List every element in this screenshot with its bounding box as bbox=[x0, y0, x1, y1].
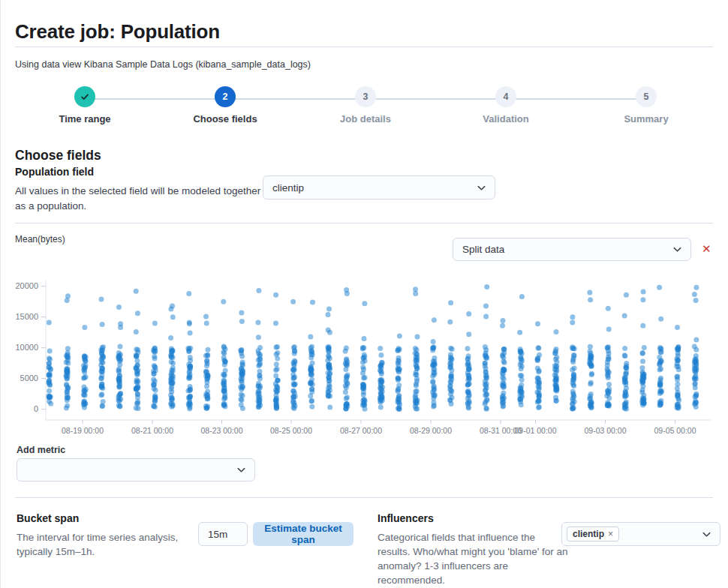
population-field-description: All values in the selected field will be… bbox=[15, 184, 270, 214]
remove-influencer-icon[interactable]: × bbox=[608, 529, 613, 539]
header-divider bbox=[15, 46, 713, 47]
svg-text:08-27 00:00: 08-27 00:00 bbox=[340, 426, 382, 435]
remove-metric-icon[interactable]: ✕ bbox=[702, 243, 711, 254]
step-complete-indicator[interactable] bbox=[74, 86, 95, 107]
chevron-down-icon bbox=[672, 244, 683, 255]
chevron-down-icon bbox=[476, 182, 487, 194]
svg-text:08-29 00:00: 08-29 00:00 bbox=[410, 426, 452, 435]
step-label: Summary bbox=[624, 113, 668, 124]
metric-panel-divider bbox=[15, 223, 713, 224]
svg-text:08-23 00:00: 08-23 00:00 bbox=[200, 426, 242, 435]
step-number-indicator[interactable]: 3 bbox=[355, 86, 376, 107]
step-time-range[interactable]: Time range bbox=[15, 86, 155, 124]
add-metric-label: Add metric bbox=[17, 445, 65, 455]
svg-text:09-05 00:00: 09-05 00:00 bbox=[654, 426, 696, 435]
settings-divider bbox=[15, 497, 713, 498]
scatter-plot: 0500010000150002000008-19 00:0008-21 00:… bbox=[0, 276, 728, 440]
svg-text:5000: 5000 bbox=[20, 374, 38, 382]
step-progress: Time range 2 Choose fields 3 Job details… bbox=[0, 86, 728, 128]
metric-label: Mean(bytes) bbox=[15, 234, 65, 244]
svg-text:15000: 15000 bbox=[15, 312, 38, 321]
svg-text:08-25 00:00: 08-25 00:00 bbox=[270, 426, 312, 435]
step-label: Validation bbox=[483, 113, 528, 124]
bucket-span-input[interactable] bbox=[198, 522, 248, 546]
svg-text:09-03 00:00: 09-03 00:00 bbox=[584, 426, 626, 435]
chevron-down-icon bbox=[701, 529, 712, 540]
influencers-description: Categorical fields that influence the re… bbox=[378, 530, 568, 587]
population-field-title: Population field bbox=[15, 166, 94, 178]
bucket-span-description: The interval for time series analysis, t… bbox=[17, 530, 191, 559]
step-summary[interactable]: 5 Summary bbox=[576, 86, 716, 124]
step-job-details[interactable]: 3 Job details bbox=[296, 86, 435, 124]
svg-text:09-01 00:00: 09-01 00:00 bbox=[514, 426, 556, 435]
svg-text:10000: 10000 bbox=[15, 343, 38, 352]
step-choose-fields[interactable]: 2 Choose fields bbox=[155, 86, 295, 124]
influencer-tag-label: clientip bbox=[573, 529, 604, 539]
step-label: Choose fields bbox=[193, 113, 257, 124]
estimate-bucket-span-button[interactable]: Estimate bucket span bbox=[253, 522, 353, 546]
influencers-select[interactable]: clientip × bbox=[561, 522, 720, 546]
bucket-span-title: Bucket span bbox=[17, 512, 79, 524]
svg-text:0: 0 bbox=[34, 404, 38, 413]
svg-text:08-19 00:00: 08-19 00:00 bbox=[62, 426, 104, 435]
step-validation[interactable]: 4 Validation bbox=[436, 86, 576, 124]
step-number-indicator[interactable]: 5 bbox=[636, 86, 657, 107]
step-number-indicator[interactable]: 4 bbox=[495, 86, 516, 107]
influencers-title: Influencers bbox=[378, 512, 434, 524]
step-label: Time range bbox=[59, 113, 110, 124]
step-active-indicator[interactable]: 2 bbox=[215, 86, 236, 107]
chevron-down-icon bbox=[236, 464, 247, 476]
check-icon bbox=[80, 92, 90, 102]
step-label: Job details bbox=[340, 113, 391, 124]
population-field-value: clientip bbox=[272, 182, 476, 194]
page-title: Create job: Population bbox=[15, 20, 220, 44]
influencer-tag[interactable]: clientip × bbox=[567, 526, 619, 542]
svg-text:08-21 00:00: 08-21 00:00 bbox=[131, 426, 173, 435]
svg-text:20000: 20000 bbox=[15, 281, 38, 290]
split-data-value: Split data bbox=[462, 244, 672, 255]
add-metric-select[interactable] bbox=[17, 458, 255, 482]
split-data-select[interactable]: Split data bbox=[453, 238, 691, 261]
population-field-select[interactable]: clientip bbox=[263, 176, 495, 200]
section-heading: Choose fields bbox=[15, 148, 101, 164]
data-view-summary: Using data view Kibana Sample Data Logs … bbox=[15, 59, 311, 70]
